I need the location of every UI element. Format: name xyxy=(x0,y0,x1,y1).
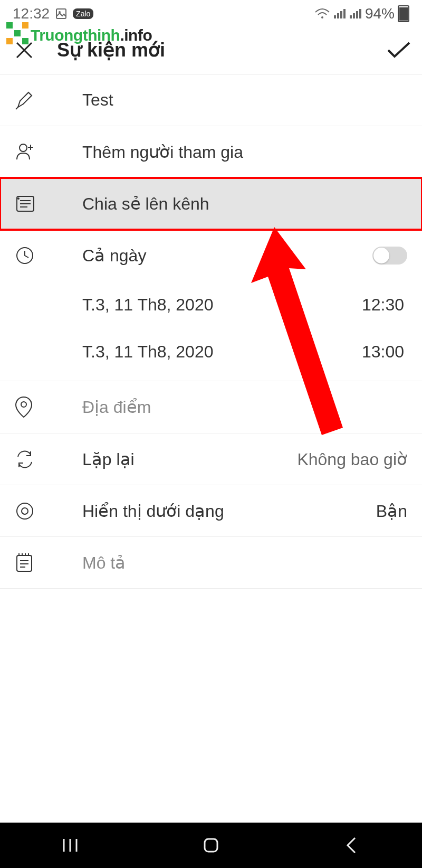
share-channel-label: Chia sẻ lên kênh xyxy=(82,194,407,214)
svg-point-19 xyxy=(17,503,33,519)
svg-point-11 xyxy=(20,144,27,152)
end-time: 13:00 xyxy=(362,342,407,362)
add-people-row[interactable]: Thêm người tham gia xyxy=(0,126,422,178)
all-day-label: Cả ngày xyxy=(82,246,372,266)
svg-rect-8 xyxy=(353,13,355,18)
svg-point-2 xyxy=(321,16,323,18)
description-row[interactable]: Mô tả xyxy=(0,537,422,589)
svg-rect-4 xyxy=(337,13,339,18)
start-time: 12:30 xyxy=(362,295,407,315)
datetime-section: Cả ngày T.3, 11 Th8, 2020 12:30 T.3, 11 … xyxy=(0,230,422,381)
gallery-icon xyxy=(55,7,68,20)
battery-percent: 94% xyxy=(365,5,395,22)
watermark-logo: Truongthinh.info xyxy=(6,24,152,46)
zalo-icon: Zalo xyxy=(73,8,93,19)
svg-point-16 xyxy=(17,197,20,200)
notes-icon xyxy=(15,552,34,573)
wifi-icon xyxy=(314,8,330,20)
signal-icon-1 xyxy=(333,8,346,20)
svg-rect-29 xyxy=(205,839,217,852)
svg-rect-9 xyxy=(356,11,358,18)
add-people-label: Thêm người tham gia xyxy=(82,142,407,162)
android-nav-bar xyxy=(0,823,422,868)
location-icon xyxy=(15,396,33,418)
share-channel-row[interactable]: Chia sẻ lên kênh xyxy=(0,178,422,230)
repeat-label: Lặp lại xyxy=(82,449,297,469)
status-right: 94% xyxy=(314,5,409,22)
start-date: T.3, 11 Th8, 2020 xyxy=(82,295,362,315)
channel-icon xyxy=(15,193,36,214)
clock-icon xyxy=(15,246,35,266)
watermark-blocks-icon xyxy=(6,22,28,44)
watermark-text-black: .info xyxy=(120,26,152,44)
recent-apps-button[interactable] xyxy=(60,835,81,856)
svg-rect-3 xyxy=(334,15,336,18)
home-button[interactable] xyxy=(200,835,222,856)
watermark-text-green: Truongthinh xyxy=(31,26,120,44)
status-time: 12:32 xyxy=(13,5,50,22)
svg-point-20 xyxy=(22,508,28,514)
location-row[interactable]: Địa điểm xyxy=(0,381,422,433)
end-datetime-row[interactable]: T.3, 11 Th8, 2020 13:00 xyxy=(0,328,422,375)
show-as-row[interactable]: Hiển thị dưới dạng Bận xyxy=(0,485,422,537)
pencil-icon xyxy=(15,90,35,110)
all-day-row[interactable]: Cả ngày xyxy=(0,230,422,281)
event-title-value: Test xyxy=(82,90,407,110)
repeat-row[interactable]: Lặp lại Không bao giờ xyxy=(0,433,422,485)
show-as-value: Bận xyxy=(376,501,407,521)
svg-rect-6 xyxy=(343,9,346,18)
svg-rect-10 xyxy=(359,9,361,18)
description-placeholder: Mô tả xyxy=(82,553,407,573)
confirm-icon[interactable] xyxy=(386,41,411,60)
battery-icon xyxy=(398,5,409,22)
show-as-icon xyxy=(15,501,35,521)
svg-rect-7 xyxy=(350,15,352,18)
svg-rect-5 xyxy=(340,11,342,18)
show-as-label: Hiển thị dưới dạng xyxy=(82,501,376,521)
svg-rect-0 xyxy=(56,9,66,18)
status-left: 12:32 Zalo xyxy=(13,5,93,22)
add-person-icon xyxy=(15,141,36,163)
back-button[interactable] xyxy=(341,835,362,856)
event-title-row[interactable]: Test xyxy=(0,74,422,126)
end-date: T.3, 11 Th8, 2020 xyxy=(82,342,362,362)
all-day-toggle[interactable] xyxy=(372,247,407,265)
location-placeholder: Địa điểm xyxy=(82,397,407,417)
start-datetime-row[interactable]: T.3, 11 Th8, 2020 12:30 xyxy=(0,281,422,328)
svg-point-18 xyxy=(21,402,26,407)
signal-icon-2 xyxy=(349,8,362,20)
repeat-value: Không bao giờ xyxy=(297,449,407,469)
repeat-icon xyxy=(15,449,35,469)
